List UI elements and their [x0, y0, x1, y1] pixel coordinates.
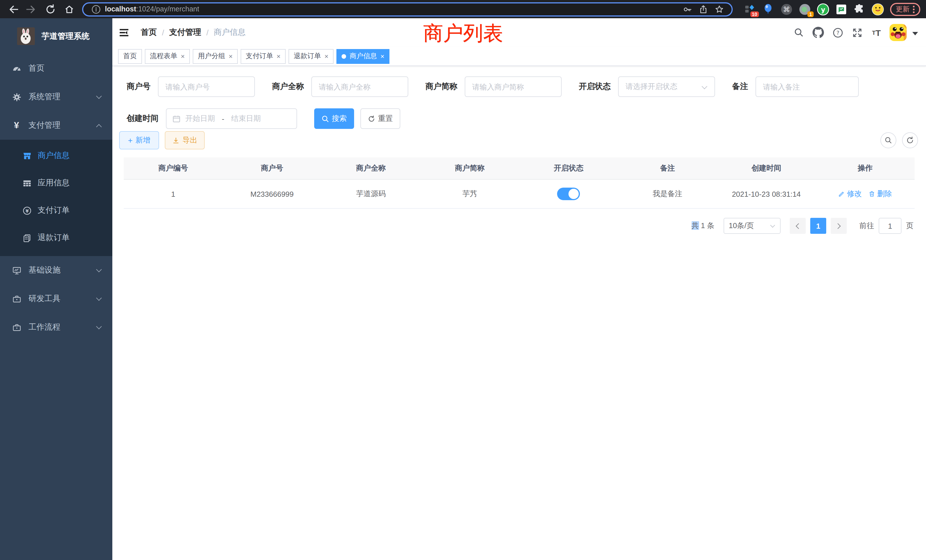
- refresh-table-button[interactable]: [902, 132, 918, 148]
- url-text[interactable]: localhost:1024/pay/merchant: [105, 5, 199, 13]
- help-icon[interactable]: ?: [828, 18, 847, 47]
- home-icon[interactable]: [62, 2, 76, 16]
- fullscreen-icon[interactable]: [847, 18, 867, 47]
- tab-process-form[interactable]: 流程表单×: [145, 49, 190, 64]
- merchant-no-input[interactable]: [158, 76, 255, 97]
- field-create-time: 创建时间 开始日期 - 结束日期: [127, 108, 297, 129]
- toggle-search-button[interactable]: [881, 132, 896, 148]
- close-icon[interactable]: ×: [277, 52, 280, 60]
- forward-icon[interactable]: [24, 2, 38, 16]
- edit-link[interactable]: 修改: [838, 189, 862, 199]
- sidebar-item-home[interactable]: 首页: [0, 54, 112, 83]
- back-icon[interactable]: [6, 2, 20, 16]
- ext-recorder-icon[interactable]: 1: [798, 2, 811, 16]
- extensions-puzzle-icon[interactable]: [852, 2, 866, 16]
- password-key-icon[interactable]: [680, 2, 694, 16]
- ext-command-icon[interactable]: ⌘: [779, 2, 793, 16]
- chevron-down-icon: [702, 83, 707, 89]
- close-icon[interactable]: ×: [228, 52, 233, 60]
- sidebar-item-pay[interactable]: ¥ 支付管理: [0, 111, 112, 140]
- tab-refund-order[interactable]: 退款订单×: [289, 49, 334, 64]
- tab-merchant-info[interactable]: 商户信息×: [336, 49, 389, 64]
- bookmark-star-icon[interactable]: [712, 2, 726, 16]
- tab-pay-order[interactable]: 支付订单×: [241, 49, 286, 64]
- chevron-down-icon: [96, 295, 102, 301]
- next-page-button[interactable]: [831, 218, 847, 234]
- breadcrumb: 首页 / 支付管理 / 商户信息: [141, 27, 246, 38]
- browser-update-button[interactable]: 更新: [890, 3, 920, 16]
- column-header: 创建时间: [717, 157, 816, 179]
- app-title: 芋道管理系统: [42, 31, 89, 41]
- page-number-1[interactable]: 1: [810, 218, 826, 234]
- ext-balloon-icon[interactable]: [761, 2, 775, 16]
- goto-page-input[interactable]: [879, 218, 902, 234]
- page-size-select[interactable]: 10条/页: [723, 218, 781, 234]
- sidebar-item-pay-order[interactable]: ¥ 支付订单: [0, 197, 112, 224]
- breadcrumb-pay[interactable]: 支付管理: [169, 27, 201, 38]
- sidebar-item-merchant-info[interactable]: 商户信息: [0, 142, 112, 170]
- reload-icon[interactable]: [43, 2, 57, 16]
- sidebar-item-label: 基础设施: [29, 265, 61, 275]
- tags-view: 首页 流程表单× 用户分组× 支付订单× 退款订单× 商户信息×: [112, 47, 926, 66]
- user-avatar[interactable]: [890, 24, 918, 41]
- browser-menu-icon[interactable]: [913, 5, 915, 13]
- close-icon[interactable]: ×: [380, 52, 384, 60]
- sidebar-menu: 首页 系统管理 ¥ 支付管理: [0, 54, 112, 342]
- breadcrumb-home[interactable]: 首页: [141, 27, 157, 38]
- browser-toolbar: localhost:1024/pay/merchant 10 ⌘ 1: [0, 0, 926, 18]
- column-header: 商户编号: [124, 157, 222, 179]
- close-icon[interactable]: ×: [181, 52, 185, 60]
- short-name-input[interactable]: [465, 76, 561, 97]
- field-label: 商户简称: [425, 82, 457, 92]
- share-icon[interactable]: [696, 2, 710, 16]
- sidebar-item-refund-order[interactable]: 退款订单: [0, 224, 112, 251]
- chevron-up-icon: [96, 124, 102, 130]
- url-host: localhost: [105, 5, 136, 13]
- add-button[interactable]: + 新增: [119, 131, 159, 150]
- field-full-name: 商户全称: [272, 76, 408, 97]
- sidebar-item-devtools[interactable]: 研发工具: [0, 285, 112, 313]
- status-toggle[interactable]: [557, 188, 580, 200]
- prev-page-button[interactable]: [790, 218, 806, 234]
- edit-link-label: 修改: [847, 189, 862, 199]
- cell-short-name: 芋艿: [420, 180, 519, 208]
- date-range-input[interactable]: 开始日期 - 结束日期: [166, 108, 297, 129]
- tab-label: 商户信息: [350, 51, 377, 61]
- reset-button-label: 重置: [378, 114, 393, 124]
- tab-user-group[interactable]: 用户分组×: [193, 49, 238, 64]
- header-search-icon[interactable]: [789, 18, 808, 47]
- sidebar-item-workflow[interactable]: 工作流程: [0, 313, 112, 342]
- site-info-icon[interactable]: [89, 2, 103, 16]
- sidebar-item-label: 研发工具: [29, 294, 61, 304]
- close-icon[interactable]: ×: [324, 52, 328, 60]
- ext-recorder-badge: 1: [808, 11, 814, 17]
- ext-chat-icon[interactable]: [834, 2, 848, 16]
- ext-blocks-icon[interactable]: 10: [743, 2, 757, 16]
- goto-label: 前往: [859, 221, 874, 231]
- sidebar-item-app-info[interactable]: 应用信息: [0, 170, 112, 197]
- status-select[interactable]: 请选择开启状态: [618, 76, 715, 97]
- url-bar[interactable]: localhost:1024/pay/merchant: [82, 2, 733, 16]
- browser-profile-avatar[interactable]: [871, 2, 884, 16]
- sidebar-item-label: 首页: [29, 63, 44, 74]
- breadcrumb-separator: /: [162, 28, 164, 37]
- field-label: 商户号: [127, 82, 151, 92]
- goto-page: 前往 页: [859, 218, 914, 234]
- delete-link[interactable]: 删除: [869, 189, 892, 199]
- github-icon[interactable]: [808, 18, 828, 47]
- export-button[interactable]: 导出: [165, 131, 205, 150]
- reset-button[interactable]: 重置: [360, 108, 400, 129]
- tab-home[interactable]: 首页: [118, 49, 142, 64]
- remark-input[interactable]: [755, 76, 859, 97]
- sidebar-logo[interactable]: 芋道管理系统: [0, 18, 112, 54]
- column-header: 商户全称: [322, 157, 421, 179]
- grid-icon: [22, 178, 32, 188]
- full-name-input[interactable]: [311, 76, 408, 97]
- sidebar-item-infra[interactable]: 基础设施: [0, 256, 112, 285]
- font-size-icon[interactable]: TT: [867, 18, 886, 47]
- ext-y-icon[interactable]: y: [816, 2, 830, 16]
- search-button[interactable]: 搜索: [314, 108, 354, 129]
- cell-remark: 我是备注: [618, 180, 717, 208]
- collapse-sidebar-icon[interactable]: [118, 26, 130, 39]
- sidebar-item-system[interactable]: 系统管理: [0, 83, 112, 111]
